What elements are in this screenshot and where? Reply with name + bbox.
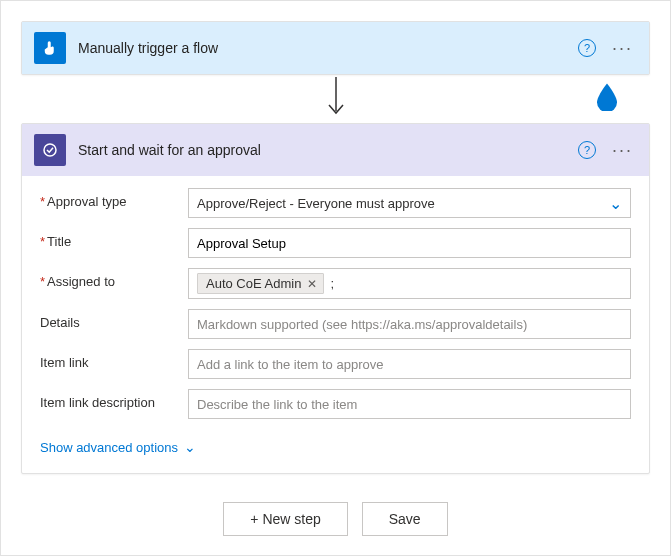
label-item-link-description: Item link description <box>40 389 178 410</box>
title-input-wrap <box>188 228 631 258</box>
action-body: *Approval type Approve/Reject - Everyone… <box>22 176 649 473</box>
approval-type-value: Approve/Reject - Everyone must approve <box>197 196 435 211</box>
assignee-separator: ; <box>330 276 334 291</box>
connector <box>21 75 650 123</box>
item-link-desc-input-wrap <box>188 389 631 419</box>
item-link-desc-input[interactable] <box>197 397 622 412</box>
chevron-down-icon: ⌄ <box>609 194 622 213</box>
more-menu-icon[interactable]: ··· <box>608 39 637 57</box>
action-header[interactable]: Start and wait for an approval ? ··· <box>22 124 649 176</box>
approval-action-card: Start and wait for an approval ? ··· *Ap… <box>21 123 650 474</box>
label-approval-type: *Approval type <box>40 188 178 209</box>
remove-chip-icon[interactable]: ✕ <box>307 277 317 291</box>
label-assigned-to: *Assigned to <box>40 268 178 289</box>
help-icon[interactable]: ? <box>578 141 596 159</box>
label-details: Details <box>40 309 178 330</box>
assigned-to-input[interactable]: Auto CoE Admin ✕ ; <box>188 268 631 299</box>
item-link-input[interactable] <box>197 357 622 372</box>
details-input-wrap <box>188 309 631 339</box>
arrow-down-icon <box>324 75 348 123</box>
show-advanced-toggle[interactable]: Show advanced options ⌄ <box>40 435 196 459</box>
trigger-card[interactable]: Manually trigger a flow ? ··· <box>21 21 650 75</box>
chevron-down-icon: ⌄ <box>184 439 196 455</box>
action-title: Start and wait for an approval <box>78 142 566 158</box>
label-item-link: Item link <box>40 349 178 370</box>
trigger-title: Manually trigger a flow <box>78 40 566 56</box>
svg-point-1 <box>44 144 56 156</box>
field-approval-type: *Approval type Approve/Reject - Everyone… <box>40 188 631 218</box>
field-details: Details <box>40 309 631 339</box>
save-button[interactable]: Save <box>362 502 448 536</box>
more-menu-icon[interactable]: ··· <box>608 141 637 159</box>
item-link-input-wrap <box>188 349 631 379</box>
field-assigned-to: *Assigned to Auto CoE Admin ✕ ; <box>40 268 631 299</box>
field-item-link-description: Item link description <box>40 389 631 419</box>
trigger-header[interactable]: Manually trigger a flow ? ··· <box>22 22 649 74</box>
approval-type-select[interactable]: Approve/Reject - Everyone must approve ⌄ <box>188 188 631 218</box>
label-title: *Title <box>40 228 178 249</box>
field-item-link: Item link <box>40 349 631 379</box>
chip-label: Auto CoE Admin <box>206 276 301 291</box>
footer-buttons: + New step Save <box>21 502 650 536</box>
details-input[interactable] <box>197 317 622 332</box>
show-advanced-label: Show advanced options <box>40 440 178 455</box>
field-title: *Title <box>40 228 631 258</box>
title-input[interactable] <box>197 236 622 251</box>
new-step-button[interactable]: + New step <box>223 502 347 536</box>
droplet-icon <box>592 81 622 111</box>
flow-designer-canvas: Manually trigger a flow ? ··· Start and … <box>0 0 671 556</box>
assignee-chip: Auto CoE Admin ✕ <box>197 273 324 294</box>
approval-check-icon <box>34 134 66 166</box>
hand-pointer-icon <box>34 32 66 64</box>
help-icon[interactable]: ? <box>578 39 596 57</box>
